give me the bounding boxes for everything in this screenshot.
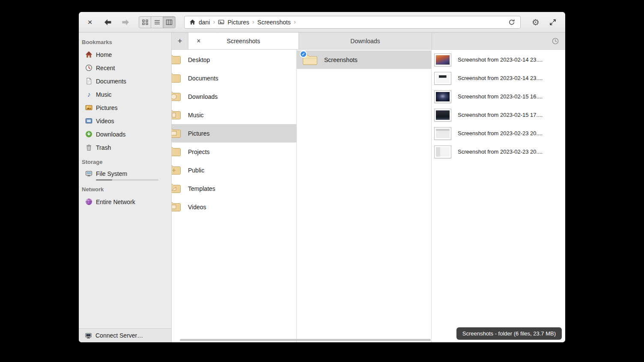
folder-row-screenshots[interactable]: ✓ Screenshots [297, 50, 431, 69]
refresh-icon [508, 19, 515, 26]
folder-icon [172, 53, 181, 65]
forward-arrow-icon [122, 19, 130, 26]
file-name: Screenshot from 2023-02-15 17.... [458, 112, 543, 118]
sidebar-section-bookmarks: Bookmarks [79, 34, 171, 48]
sidebar-item-file-system[interactable]: File System [79, 168, 171, 179]
folder-label: Screenshots [324, 56, 358, 63]
file-thumbnail [435, 72, 451, 84]
forward-button[interactable] [120, 17, 131, 28]
tab-close-button[interactable]: × [193, 33, 204, 49]
fullscreen-button[interactable] [546, 16, 560, 29]
sidebar-item-label: Trash [96, 144, 111, 151]
file-thumbnail [435, 91, 451, 103]
sidebar-item-recent[interactable]: Recent [79, 61, 171, 74]
file-thumbnail [435, 128, 451, 139]
folder-row-videos[interactable]: Videos [172, 198, 296, 216]
sidebar-item-music[interactable]: ♪ Music [79, 88, 171, 101]
breadcrumb-screenshots[interactable]: Screenshots [257, 19, 291, 26]
sidebar-scroll: Bookmarks Home Recent Documents ♪ [79, 33, 171, 328]
pictures-icon [85, 104, 92, 111]
desktop-background: × [0, 0, 644, 362]
folder-row-pictures[interactable]: Pictures [172, 124, 296, 142]
column-view-icon [166, 19, 173, 25]
folder-row-documents[interactable]: Documents [172, 69, 296, 87]
column-screenshots-contents: Screenshot from 2023-02-14 23.... Screen… [432, 50, 565, 342]
file-row[interactable]: Screenshot from 2023-02-15 16.... [432, 87, 565, 106]
tab-bar: + × Screenshots Downloads [172, 33, 565, 50]
history-icon [552, 37, 559, 45]
file-row[interactable]: Screenshot from 2023-02-23 20.... [432, 142, 565, 161]
horizontal-scrollbar[interactable] [180, 339, 431, 341]
sidebar-section-network: Network [79, 181, 171, 195]
breadcrumb-label: Screenshots [257, 19, 291, 26]
sidebar-item-downloads[interactable]: Downloads [79, 128, 171, 141]
sidebar-item-trash[interactable]: Trash [79, 141, 171, 154]
plus-icon: + [177, 36, 182, 45]
pictures-crumb-icon [218, 19, 224, 25]
column-view-button[interactable] [163, 17, 175, 28]
sidebar-item-documents[interactable]: Documents [79, 74, 171, 88]
connect-server-label: Connect Server… [95, 332, 143, 339]
new-tab-button[interactable]: + [172, 33, 188, 49]
tab-downloads[interactable]: Downloads [299, 33, 432, 49]
recent-icon [85, 64, 92, 71]
breadcrumb[interactable]: dani › Pictures › Screenshots › [184, 16, 521, 29]
folder-row-projects[interactable]: Projects [172, 142, 296, 161]
folder-row-downloads[interactable]: Downloads [172, 87, 296, 106]
sidebar-item-label: Recent [96, 65, 115, 71]
sidebar-item-entire-network[interactable]: Entire Network [79, 195, 171, 208]
folder-row-desktop[interactable]: Desktop [172, 50, 296, 69]
sidebar-item-pictures[interactable]: Pictures [79, 101, 171, 114]
status-tooltip: Screenshots - folder (6 files, 23.7 MB) [456, 327, 562, 340]
sidebar-item-label: Entire Network [96, 199, 135, 205]
back-button[interactable] [102, 17, 113, 28]
file-thumbnail [435, 54, 451, 66]
connect-server-icon [85, 332, 92, 339]
file-row[interactable]: Screenshot from 2023-02-14 23.... [432, 69, 565, 87]
history-button[interactable] [546, 33, 565, 49]
folder-row-templates[interactable]: Templates [172, 179, 296, 198]
back-arrow-icon [104, 19, 112, 26]
sidebar-item-label: Downloads [96, 131, 125, 138]
grid-view-button[interactable] [139, 17, 151, 28]
connect-server-button[interactable]: Connect Server… [79, 328, 171, 342]
folder-label: Pictures [188, 130, 210, 137]
gear-icon: ⚙ [532, 17, 540, 27]
file-row[interactable]: Screenshot from 2023-02-14 23.... [432, 50, 565, 69]
sidebar-item-home[interactable]: Home [79, 48, 171, 61]
grid-view-icon [142, 19, 149, 25]
folder-icon-wrap: ✓ [302, 53, 318, 66]
settings-menu-button[interactable]: ⚙ [528, 16, 543, 29]
refresh-button[interactable] [506, 17, 518, 28]
disk-usage-bar [96, 179, 158, 181]
sidebar-item-label: Videos [96, 118, 114, 125]
chevron-icon: › [252, 18, 254, 25]
drive-icon [85, 170, 92, 177]
breadcrumb-pictures[interactable]: Pictures [218, 19, 249, 26]
tab-label: Downloads [350, 38, 380, 45]
folder-icon [172, 201, 181, 213]
folder-row-music[interactable]: Music [172, 106, 296, 124]
music-icon: ♪ [85, 91, 92, 98]
videos-icon [85, 117, 92, 125]
expand-icon [549, 19, 556, 26]
folder-icon [172, 72, 181, 84]
column-parent-folders: Desktop Documents Downloads Music [172, 50, 297, 342]
folder-row-public[interactable]: Public [172, 161, 296, 179]
file-thumbnail [435, 109, 451, 121]
breadcrumb-home[interactable]: dani [189, 19, 210, 26]
list-view-button[interactable] [151, 17, 163, 28]
sidebar-section-storage: Storage [79, 154, 171, 168]
tab-label: Screenshots [227, 38, 260, 45]
file-row[interactable]: Screenshot from 2023-02-15 17.... [432, 106, 565, 124]
trash-icon [85, 144, 92, 151]
check-icon: ✓ [301, 52, 305, 56]
sidebar-item-videos[interactable]: Videos [79, 114, 171, 128]
file-thumbnail [435, 146, 451, 158]
tab-screenshots[interactable]: × Screenshots [188, 33, 299, 49]
file-row[interactable]: Screenshot from 2023-02-23 20.... [432, 124, 565, 142]
window-close-button[interactable]: × [84, 16, 96, 28]
folder-label: Downloads [188, 93, 218, 100]
column-pictures-contents: ✓ Screenshots [297, 50, 432, 342]
view-switcher [139, 16, 176, 28]
